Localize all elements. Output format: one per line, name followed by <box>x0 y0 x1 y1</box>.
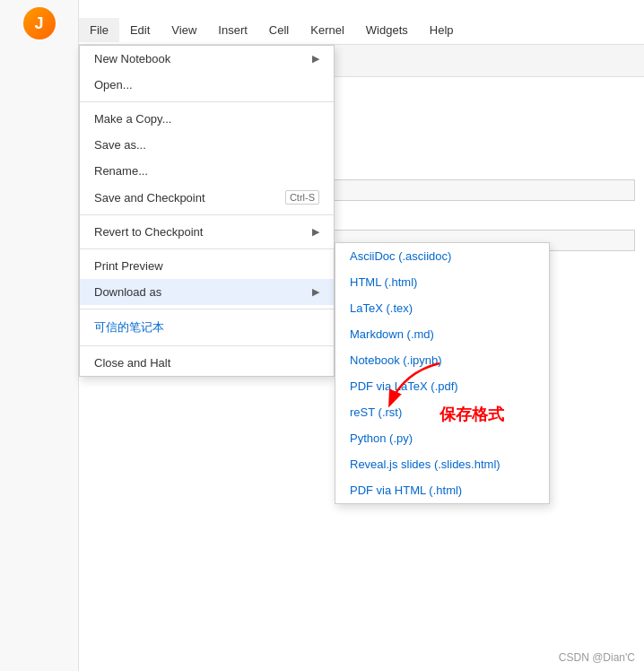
download-as-arrow-icon: ▶ <box>312 286 319 298</box>
revert-checkpoint-arrow-icon: ▶ <box>312 226 319 238</box>
menu-cell[interactable]: Cell <box>258 18 300 42</box>
submenu-html[interactable]: HTML (.html) <box>335 269 549 295</box>
menu-item-save-checkpoint[interactable]: Save and Checkpoint Ctrl-S <box>80 184 334 211</box>
asciidoc-label: AsciiDoc (.asciidoc) <box>350 249 451 263</box>
revert-checkpoint-label: Revert to Checkpoint <box>94 225 203 239</box>
file-menu-dropdown: New Notebook ▶ Open... Make a Copy... Sa… <box>79 45 335 377</box>
divider-2 <box>80 214 334 215</box>
watermark: CSDN @Dian'C <box>559 651 635 664</box>
menu-item-close-halt[interactable]: Close and Halt <box>80 350 334 376</box>
menu-widgets[interactable]: Widgets <box>355 18 419 42</box>
menu-item-make-copy[interactable]: Make a Copy... <box>80 106 334 132</box>
submenu-pdf-html[interactable]: PDF via HTML (.html) <box>335 477 549 503</box>
menu-view[interactable]: View <box>161 18 207 42</box>
trusted-label: 可信的笔记本 <box>94 319 164 336</box>
reveal-label: Reveal.js slides (.slides.html) <box>350 458 500 471</box>
divider-1 <box>80 101 334 102</box>
latex-label: LaTeX (.tex) <box>350 301 413 315</box>
divider-5 <box>80 345 334 346</box>
submenu-asciidoc[interactable]: AsciiDoc (.asciidoc) <box>335 243 549 269</box>
menu-item-trusted[interactable]: 可信的笔记本 <box>80 313 334 342</box>
menu-file[interactable]: File <box>79 18 119 42</box>
menu-item-revert-checkpoint[interactable]: Revert to Checkpoint ▶ <box>80 219 334 245</box>
menu-item-save-as[interactable]: Save as... <box>80 132 334 158</box>
save-checkpoint-label: Save and Checkpoint <box>94 191 205 205</box>
divider-3 <box>80 248 334 249</box>
menu-item-rename[interactable]: Rename... <box>80 158 334 184</box>
submenu-reveal[interactable]: Reveal.js slides (.slides.html) <box>335 451 549 477</box>
new-notebook-arrow-icon: ▶ <box>312 53 319 65</box>
download-as-label: Download as <box>94 285 161 299</box>
python-label: Python (.py) <box>350 431 413 445</box>
save-shortcut: Ctrl-S <box>285 190 319 205</box>
logo-icon: J <box>23 7 56 39</box>
menubar: File Edit View Insert Cell Kernel Widget… <box>79 16 644 45</box>
close-halt-label: Close and Halt <box>94 356 170 370</box>
submenu-python[interactable]: Python (.py) <box>335 425 549 451</box>
menu-item-new-notebook[interactable]: New Notebook ▶ <box>80 46 334 72</box>
print-preview-label: Print Preview <box>94 259 163 273</box>
save-as-label: Save as... <box>94 138 146 152</box>
menu-edit[interactable]: Edit <box>119 18 161 42</box>
pdf-html-label: PDF via HTML (.html) <box>350 484 462 497</box>
annotation-text: 保存格式 <box>439 405 504 423</box>
menu-item-open[interactable]: Open... <box>80 72 334 98</box>
annotation-container: 保存格式 <box>439 404 504 425</box>
menu-item-download-as[interactable]: Download as ▶ <box>80 279 334 305</box>
submenu-markdown[interactable]: Markdown (.md) <box>335 321 549 347</box>
menu-item-print-preview[interactable]: Print Preview <box>80 253 334 279</box>
menu-kernel[interactable]: Kernel <box>300 18 355 42</box>
menu-help[interactable]: Help <box>419 18 465 42</box>
html-label: HTML (.html) <box>350 275 417 289</box>
make-copy-label: Make a Copy... <box>94 112 171 126</box>
divider-4 <box>80 309 334 309</box>
markdown-label: Markdown (.md) <box>350 327 434 341</box>
open-label: Open... <box>94 78 133 92</box>
rename-label: Rename... <box>94 164 148 178</box>
menu-insert[interactable]: Insert <box>207 18 258 42</box>
annotation-arrow-svg <box>377 354 448 417</box>
sidebar: J <box>0 0 79 671</box>
new-notebook-label: New Notebook <box>94 52 170 65</box>
submenu-latex[interactable]: LaTeX (.tex) <box>335 295 549 321</box>
